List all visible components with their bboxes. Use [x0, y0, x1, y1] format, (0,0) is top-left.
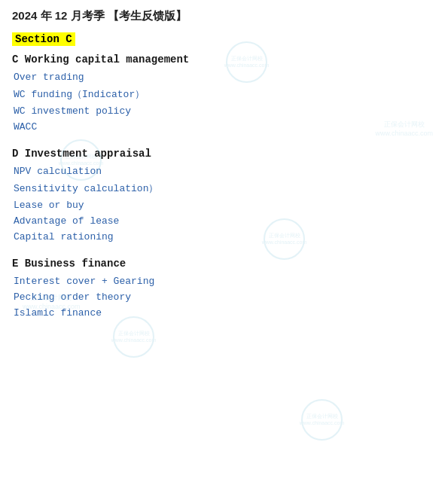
- section-d-heading: D Investment appraisal: [12, 148, 436, 160]
- topic-item: Islamic finance: [12, 307, 436, 319]
- section-e-block: E Business finance Interest cover + Gear…: [12, 258, 436, 319]
- section-badge: Section C: [12, 32, 75, 46]
- topic-item: NPV calculation: [12, 166, 436, 177]
- section-c-heading: C Working capital management: [12, 53, 436, 66]
- page-title: 2024 年 12 月考季 【考生反馈版】: [12, 9, 436, 23]
- section-d-block: D Investment appraisal NPV calculation S…: [12, 148, 436, 242]
- topic-item: WACC: [12, 121, 436, 133]
- topic-item: WC funding（Indicator）: [12, 87, 436, 101]
- section-c-block: C Working capital management Over tradin…: [12, 53, 436, 133]
- topic-item: Pecking order theory: [12, 291, 436, 303]
- topic-item: WC investment policy: [12, 105, 436, 117]
- topic-item: Interest cover + Gearing: [12, 276, 436, 287]
- topic-item: Over trading: [12, 72, 436, 83]
- topic-item: Advantage of lease: [12, 215, 436, 227]
- section-e-heading: E Business finance: [12, 258, 436, 270]
- topic-item: Sensitivity calculation）: [12, 181, 436, 195]
- topic-item: Lease or buy: [12, 200, 436, 211]
- topic-item: Capital rationing: [12, 231, 436, 242]
- page-container: 正保会计网校www.chinaacc.com 正保会计网校www.chinaac…: [0, 0, 448, 488]
